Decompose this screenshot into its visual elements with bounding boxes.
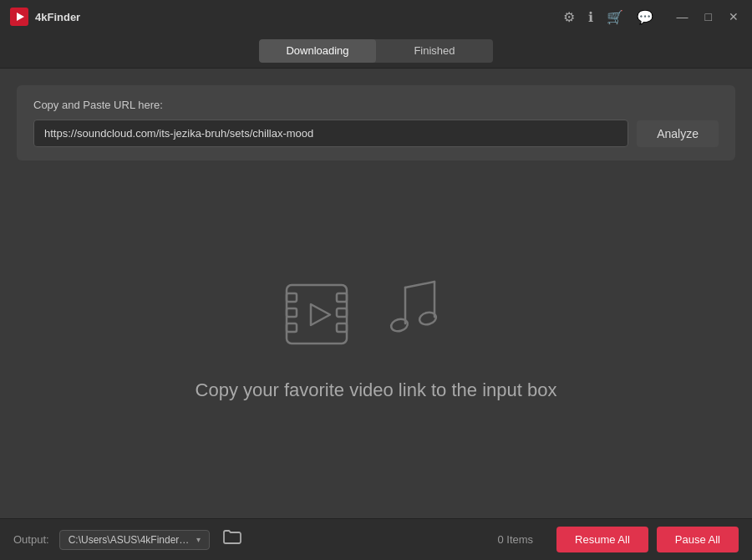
url-input-row: Analyze (33, 120, 719, 147)
empty-state: Copy your favorite video link to the inp… (17, 174, 735, 501)
folder-icon (223, 530, 241, 545)
analyze-button[interactable]: Analyze (637, 120, 719, 147)
chat-icon[interactable]: 💬 (637, 9, 653, 25)
music-icon (389, 275, 472, 354)
svg-point-13 (390, 317, 409, 333)
resume-all-button[interactable]: Resume All (556, 527, 648, 552)
svg-rect-6 (337, 293, 347, 302)
tab-finished[interactable]: Finished (376, 39, 493, 63)
chevron-down-icon: ▾ (196, 535, 201, 544)
bottom-actions: Resume All Pause All (556, 527, 739, 552)
svg-rect-3 (287, 293, 297, 302)
cart-icon[interactable]: 🛒 (607, 9, 623, 25)
pause-all-button[interactable]: Pause All (657, 527, 739, 552)
title-bar-controls: ⚙ ℹ 🛒 💬 — □ ✕ (563, 8, 742, 25)
window-controls: — □ ✕ (673, 8, 742, 25)
url-input[interactable] (33, 120, 628, 147)
video-icon (280, 275, 372, 354)
empty-state-icons (280, 275, 472, 354)
svg-line-11 (405, 282, 434, 288)
output-label: Output: (13, 533, 49, 546)
title-bar: 4kFinder ⚙ ℹ 🛒 💬 — □ ✕ (0, 0, 752, 33)
svg-rect-4 (287, 308, 297, 317)
output-path-text: C:\Users\ASUS\4kFinder\Do (69, 534, 191, 546)
maximize-button[interactable]: □ (702, 8, 715, 25)
empty-state-message: Copy your favorite video link to the inp… (196, 379, 557, 401)
app-title: 4kFinder (35, 11, 80, 23)
info-icon[interactable]: ℹ (588, 9, 593, 25)
svg-rect-5 (287, 323, 297, 332)
main-content: Copy and Paste URL here: Analyze (0, 69, 752, 518)
minimize-button[interactable]: — (673, 8, 692, 25)
app-logo: 4kFinder (10, 8, 80, 26)
url-section: Copy and Paste URL here: Analyze (17, 85, 735, 160)
items-count: 0 Items (497, 533, 533, 546)
settings-icon[interactable]: ⚙ (563, 9, 575, 25)
output-path[interactable]: C:\Users\ASUS\4kFinder\Do ▾ (59, 530, 210, 550)
tab-downloading[interactable]: Downloading (259, 39, 376, 63)
bottom-bar: Output: C:\Users\ASUS\4kFinder\Do ▾ 0 It… (0, 518, 752, 560)
url-label: Copy and Paste URL here: (33, 99, 719, 111)
svg-rect-8 (337, 323, 347, 332)
open-folder-button[interactable] (220, 527, 245, 552)
tab-bar: Downloading Finished (0, 33, 752, 69)
svg-rect-7 (337, 308, 347, 317)
svg-point-14 (419, 310, 438, 326)
app-logo-icon (10, 8, 28, 26)
tab-group: Downloading Finished (259, 39, 493, 63)
close-button[interactable]: ✕ (725, 8, 742, 25)
svg-marker-9 (311, 304, 330, 325)
